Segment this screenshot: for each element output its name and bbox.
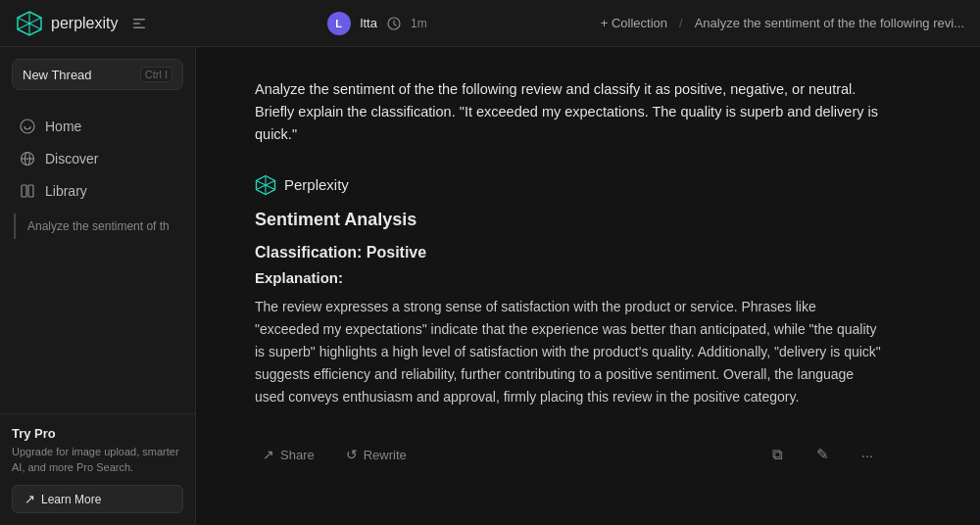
ai-perplexity-icon	[255, 174, 276, 196]
learn-more-label: Learn More	[41, 493, 101, 506]
breadcrumb-separator: /	[679, 16, 683, 30]
header-right: + Collection / Analyze the sentiment of …	[601, 16, 964, 30]
copy-icon: ⧉	[772, 446, 783, 463]
sidebar-item-discover[interactable]: Discover	[6, 143, 189, 174]
clock-icon	[387, 17, 401, 30]
edit-button[interactable]: ✎	[808, 440, 837, 469]
learn-more-button[interactable]: ↗ Learn More	[12, 485, 183, 513]
discover-icon	[20, 151, 35, 167]
username: ltta	[361, 16, 377, 30]
timestamp: 1m	[411, 17, 427, 30]
breadcrumb-title: Analyze the sentiment of the the followi…	[695, 16, 964, 30]
collection-label: + Collection	[601, 16, 667, 30]
user-prompt: Analyze the sentiment of the the followi…	[255, 78, 882, 147]
library-icon	[20, 183, 35, 199]
header-left: perplexity	[16, 10, 153, 37]
svg-point-8	[21, 119, 34, 133]
rewrite-label: Rewrite	[364, 448, 407, 462]
try-pro-title: Try Pro	[12, 426, 183, 441]
more-icon: ···	[861, 447, 874, 463]
sidebar-item-library-label: Library	[45, 183, 87, 199]
header: perplexity L ltta 1m + Collection / Anal…	[0, 0, 980, 47]
sidebar-bottom: Try Pro Upgrade for image upload, smarte…	[0, 413, 195, 525]
logo: perplexity	[16, 10, 118, 37]
new-thread-button[interactable]: New Thread Ctrl I	[12, 59, 183, 90]
classification-label: Classification: Positive	[255, 244, 882, 262]
content-area: Analyze the sentiment of the the followi…	[196, 47, 980, 525]
rewrite-button[interactable]: ↺ Rewrite	[338, 443, 415, 466]
logo-text: perplexity	[51, 15, 118, 32]
sidebar: New Thread Ctrl I Home Discover Library …	[0, 47, 196, 525]
more-button[interactable]: ···	[853, 440, 882, 469]
collection-link[interactable]: + Collection	[601, 16, 667, 30]
share-button[interactable]: ↗ Share	[255, 443, 322, 466]
rewrite-icon: ↺	[346, 447, 358, 462]
main-layout: New Thread Ctrl I Home Discover Library …	[0, 47, 980, 525]
new-thread-shortcut: Ctrl I	[140, 67, 172, 82]
library-section: Analyze the sentiment of th	[0, 208, 195, 245]
collapse-sidebar-button[interactable]	[125, 10, 153, 37]
avatar: L	[327, 12, 351, 35]
share-label: Share	[280, 448, 315, 462]
share-icon: ↗	[263, 447, 274, 462]
sidebar-nav: Home Discover Library Analyze the sentim…	[0, 102, 195, 413]
copy-button[interactable]: ⧉	[762, 440, 792, 469]
ai-header: Perplexity	[255, 174, 882, 196]
svg-rect-5	[133, 23, 140, 24]
response-heading: Sentiment Analysis	[255, 210, 882, 230]
home-icon	[20, 119, 35, 134]
sidebar-item-discover-label: Discover	[45, 151, 98, 167]
svg-rect-4	[133, 19, 145, 21]
library-item-sentiment[interactable]: Analyze the sentiment of th	[14, 214, 181, 239]
try-pro-description: Upgrade for image upload, smarter AI, an…	[12, 445, 183, 475]
explanation-text: The review expresses a strong sense of s…	[255, 296, 882, 408]
sidebar-item-home[interactable]: Home	[6, 111, 189, 142]
svg-rect-13	[28, 185, 33, 197]
learn-more-icon: ↗	[24, 492, 35, 506]
new-thread-label: New Thread	[23, 68, 92, 82]
sidebar-item-home-label: Home	[45, 119, 81, 134]
header-center: L ltta 1m	[327, 12, 427, 35]
svg-rect-12	[22, 185, 26, 197]
ai-name: Perplexity	[284, 176, 349, 193]
sidebar-item-library[interactable]: Library	[6, 175, 189, 207]
sidebar-top: New Thread Ctrl I	[0, 47, 195, 102]
perplexity-logo-icon	[16, 10, 43, 37]
action-bar: ↗ Share ↺ Rewrite ⧉ ✎ ···	[255, 428, 882, 469]
explanation-label: Explanation:	[255, 269, 882, 286]
response-block: Perplexity Sentiment Analysis Classifica…	[255, 174, 882, 469]
svg-rect-6	[133, 26, 145, 28]
edit-icon: ✎	[816, 446, 829, 463]
